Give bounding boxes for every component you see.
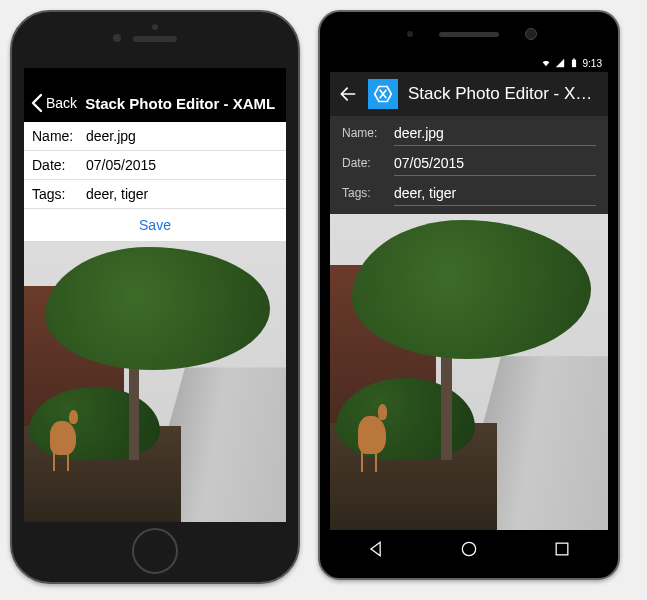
android-speaker bbox=[439, 32, 499, 37]
android-sensor bbox=[407, 31, 413, 37]
iphone-front-camera bbox=[113, 34, 121, 42]
svg-rect-0 bbox=[571, 60, 575, 67]
arrow-left-icon bbox=[338, 84, 358, 104]
date-input[interactable] bbox=[394, 150, 596, 176]
chevron-left-icon bbox=[30, 93, 44, 113]
tags-label: Tags: bbox=[342, 186, 394, 206]
tags-input[interactable] bbox=[394, 180, 596, 206]
tags-row: Tags: bbox=[24, 180, 286, 209]
ios-status-bar bbox=[24, 68, 286, 84]
name-label: Name: bbox=[342, 126, 394, 146]
square-recent-icon bbox=[552, 539, 572, 559]
tags-row: Tags: bbox=[330, 176, 608, 206]
date-row: Date: bbox=[330, 146, 608, 176]
date-row: Date: bbox=[24, 151, 286, 180]
iphone-screen: Back Stack Photo Editor - XAML Name: Dat… bbox=[24, 68, 286, 522]
iphone-device-frame: Back Stack Photo Editor - XAML Name: Dat… bbox=[10, 10, 300, 584]
svg-rect-4 bbox=[556, 543, 568, 555]
iphone-speaker bbox=[133, 36, 177, 42]
tags-label: Tags: bbox=[32, 186, 86, 202]
home-button[interactable] bbox=[132, 528, 178, 574]
android-app-bar: Stack Photo Editor - XA... bbox=[330, 72, 608, 116]
status-time: 9:13 bbox=[583, 58, 602, 69]
deer-photo bbox=[330, 214, 608, 530]
name-label: Name: bbox=[32, 128, 86, 144]
triangle-back-icon bbox=[366, 539, 386, 559]
android-status-bar: 9:13 bbox=[330, 54, 608, 72]
deer-photo bbox=[24, 241, 286, 522]
signal-icon bbox=[555, 58, 565, 68]
battery-icon bbox=[569, 58, 579, 68]
nav-recent-button[interactable] bbox=[552, 539, 572, 559]
ios-content: Name: Date: Tags: Save bbox=[24, 122, 286, 522]
save-button[interactable]: Save bbox=[24, 209, 286, 241]
name-row: Name: bbox=[24, 122, 286, 151]
wifi-icon bbox=[541, 58, 551, 68]
photo-preview bbox=[24, 241, 286, 522]
circle-home-icon bbox=[459, 539, 479, 559]
ios-navigation-bar: Back Stack Photo Editor - XAML bbox=[24, 84, 286, 122]
page-title: Stack Photo Editor - XA... bbox=[408, 84, 600, 104]
android-front-camera bbox=[525, 28, 537, 40]
date-input[interactable] bbox=[86, 155, 278, 175]
android-navigation-bar bbox=[330, 530, 608, 568]
android-device-frame: 9:13 Stack Photo Editor - XA... Name: bbox=[318, 10, 620, 580]
back-button[interactable] bbox=[338, 84, 358, 104]
date-label: Date: bbox=[32, 157, 86, 173]
nav-back-button[interactable] bbox=[366, 539, 386, 559]
tags-input[interactable] bbox=[86, 184, 278, 204]
nav-home-button[interactable] bbox=[459, 539, 479, 559]
svg-rect-1 bbox=[573, 58, 575, 59]
back-button[interactable]: Back bbox=[30, 93, 77, 113]
android-content: Name: Date: Tags: bbox=[330, 116, 608, 530]
android-screen: 9:13 Stack Photo Editor - XA... Name: bbox=[330, 54, 608, 568]
xamarin-logo-icon bbox=[368, 79, 398, 109]
page-title: Stack Photo Editor - XAML bbox=[85, 95, 280, 112]
name-row: Name: bbox=[330, 116, 608, 146]
date-label: Date: bbox=[342, 156, 394, 176]
photo-preview bbox=[330, 214, 608, 530]
iphone-sensor bbox=[152, 24, 158, 30]
back-label: Back bbox=[46, 95, 77, 111]
name-input[interactable] bbox=[86, 126, 278, 146]
name-input[interactable] bbox=[394, 120, 596, 146]
svg-point-3 bbox=[462, 542, 475, 555]
